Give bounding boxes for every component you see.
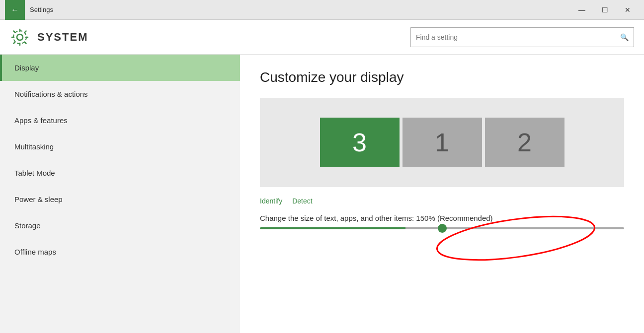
header: SYSTEM 🔍 xyxy=(0,20,644,55)
monitor-3[interactable]: 3 xyxy=(320,118,400,167)
sidebar-item-label: Notifications & actions xyxy=(14,90,88,98)
sidebar-item-notifications[interactable]: Notifications & actions xyxy=(0,81,240,107)
titlebar-title: Settings xyxy=(30,6,53,13)
search-icon: 🔍 xyxy=(620,33,629,41)
main: Display Notifications & actions Apps & f… xyxy=(0,55,644,333)
sidebar-item-tablet[interactable]: Tablet Mode xyxy=(0,160,240,186)
sidebar-item-label: Multitasking xyxy=(14,142,54,151)
text-size-slider[interactable] xyxy=(260,227,624,229)
sidebar-item-label: Storage xyxy=(14,221,41,230)
sidebar-item-multitasking[interactable]: Multitasking xyxy=(0,133,240,160)
content-area: Customize your display 3 1 2 Identify De… xyxy=(240,55,644,333)
sidebar-item-power[interactable]: Power & sleep xyxy=(0,186,240,212)
detect-button[interactable]: Detect xyxy=(292,197,312,205)
titlebar-controls: — ☐ ✕ xyxy=(570,0,639,20)
sidebar-item-label: Tablet Mode xyxy=(14,169,55,177)
titlebar-left: ← Settings xyxy=(5,0,53,20)
system-title: SYSTEM xyxy=(37,31,88,44)
sidebar-item-label: Power & sleep xyxy=(14,195,63,203)
back-button[interactable]: ← xyxy=(5,0,25,20)
monitor-1[interactable]: 1 xyxy=(402,118,482,167)
sidebar: Display Notifications & actions Apps & f… xyxy=(0,55,240,333)
close-button[interactable]: ✕ xyxy=(616,0,639,20)
maximize-button[interactable]: ☐ xyxy=(593,0,616,20)
page-title: Customize your display xyxy=(260,69,624,85)
sidebar-item-apps[interactable]: Apps & features xyxy=(0,107,240,133)
svg-point-0 xyxy=(17,34,23,40)
sidebar-item-offline[interactable]: Offline maps xyxy=(0,239,240,265)
sidebar-item-storage[interactable]: Storage xyxy=(0,212,240,239)
text-size-slider-container xyxy=(260,227,624,229)
sidebar-item-display[interactable]: Display xyxy=(0,55,240,81)
svg-point-1 xyxy=(13,31,26,44)
display-preview: 3 1 2 xyxy=(260,98,624,187)
monitor-2[interactable]: 2 xyxy=(485,118,564,167)
search-box[interactable]: 🔍 xyxy=(410,27,634,47)
identify-button[interactable]: Identify xyxy=(260,197,282,205)
gear-icon xyxy=(10,27,30,47)
text-size-label: Change the size of text, apps, and other… xyxy=(260,214,624,222)
header-left: SYSTEM xyxy=(10,27,88,47)
search-input[interactable] xyxy=(416,33,620,41)
sidebar-item-label: Offline maps xyxy=(14,248,56,256)
sidebar-item-label: Apps & features xyxy=(14,116,68,125)
minimize-button[interactable]: — xyxy=(570,0,593,20)
link-row: Identify Detect xyxy=(260,197,624,205)
sidebar-item-label: Display xyxy=(14,64,39,72)
titlebar: ← Settings — ☐ ✕ xyxy=(0,0,644,20)
